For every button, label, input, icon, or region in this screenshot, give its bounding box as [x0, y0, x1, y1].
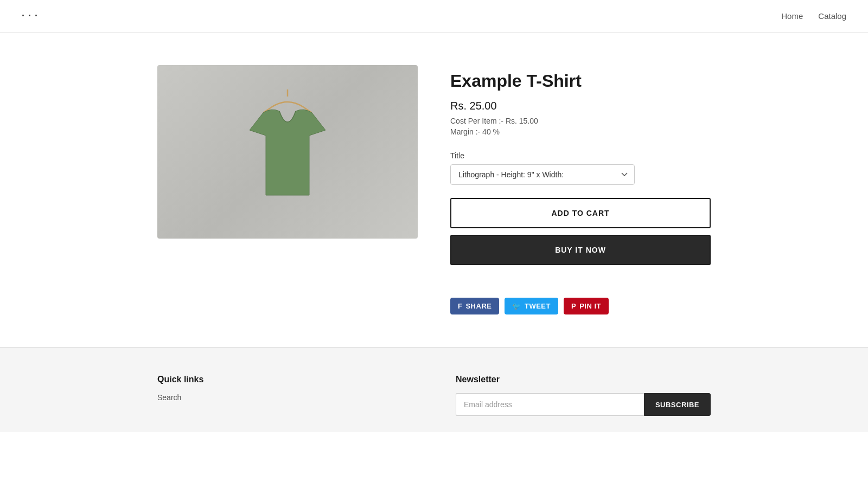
- product-cost: Cost Per Item :- Rs. 15.00: [450, 117, 711, 125]
- buy-now-button[interactable]: BUY IT NOW: [450, 235, 711, 265]
- quick-links-heading: Quick links: [157, 375, 412, 384]
- social-share: f SHARE 🐦 TWEET P PIN IT: [450, 298, 711, 314]
- variant-label: Title: [450, 151, 711, 160]
- product-title: Example T-Shirt: [450, 70, 711, 91]
- tshirt-illustration: [233, 87, 342, 217]
- subscribe-button[interactable]: SUBSCRIBE: [644, 393, 711, 416]
- footer-inner: Quick links Search Newsletter SUBSCRIBE: [136, 375, 732, 416]
- share-twitter-button[interactable]: 🐦 TWEET: [505, 298, 558, 314]
- product-page: Example T-Shirt Rs. 25.00 Cost Per Item …: [136, 65, 732, 314]
- nav-home[interactable]: Home: [781, 11, 803, 21]
- pinterest-icon: P: [571, 302, 576, 310]
- site-footer: Quick links Search Newsletter SUBSCRIBE: [0, 347, 868, 432]
- footer-newsletter: Newsletter SUBSCRIBE: [456, 375, 711, 416]
- share-facebook-label: SHARE: [465, 302, 492, 310]
- product-image-placeholder: [157, 65, 418, 239]
- share-facebook-button[interactable]: f SHARE: [450, 298, 499, 314]
- footer-quick-links: Quick links Search: [157, 375, 412, 416]
- share-pinterest-label: PIN IT: [579, 302, 601, 310]
- variant-select[interactable]: Lithograph - Height: 9" x Width:: [450, 164, 635, 185]
- facebook-icon: f: [458, 302, 462, 310]
- twitter-icon: 🐦: [512, 302, 521, 310]
- site-logo: · · ·: [22, 10, 38, 22]
- site-header: · · · Home Catalog: [0, 0, 868, 33]
- product-details: Example T-Shirt Rs. 25.00 Cost Per Item …: [450, 65, 711, 314]
- share-twitter-label: TWEET: [525, 302, 551, 310]
- product-price: Rs. 25.00: [450, 100, 711, 112]
- newsletter-email-input[interactable]: [456, 393, 644, 416]
- add-to-cart-button[interactable]: ADD TO CART: [450, 198, 711, 228]
- product-image: [157, 65, 418, 239]
- product-margin: Margin :- 40 %: [450, 127, 711, 136]
- nav-catalog[interactable]: Catalog: [818, 11, 846, 21]
- share-pinterest-button[interactable]: P PIN IT: [564, 298, 609, 314]
- newsletter-form: SUBSCRIBE: [456, 393, 711, 416]
- newsletter-heading: Newsletter: [456, 375, 711, 384]
- footer-search-link[interactable]: Search: [157, 393, 412, 402]
- main-nav: Home Catalog: [781, 11, 846, 21]
